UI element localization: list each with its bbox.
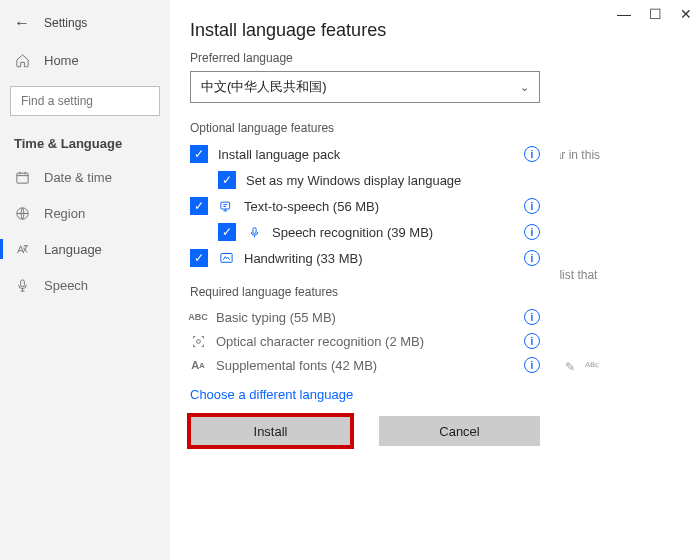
search-input[interactable] bbox=[19, 93, 151, 109]
back-button[interactable]: ← bbox=[14, 14, 30, 32]
ocr-icon bbox=[190, 333, 206, 349]
required-features-header: Required language features bbox=[190, 285, 540, 299]
settings-sidebar: ← Settings Home Time & Language Date & t… bbox=[0, 0, 171, 560]
home-icon bbox=[14, 52, 30, 68]
sidebar-item-region[interactable]: Region bbox=[0, 195, 170, 231]
font-icon: AA bbox=[190, 357, 206, 373]
dropdown-value: 中文(中华人民共和国) bbox=[201, 78, 327, 96]
preferred-language-label: Preferred language bbox=[190, 51, 540, 65]
info-icon[interactable]: i bbox=[524, 250, 540, 266]
svg-rect-3 bbox=[220, 202, 229, 209]
info-icon[interactable]: i bbox=[524, 146, 540, 162]
sidebar-item-datetime[interactable]: Date & time bbox=[0, 159, 170, 195]
dialog-title: Install language features bbox=[190, 20, 540, 41]
required-label: Basic typing (55 MB) bbox=[216, 310, 336, 325]
option-handwriting[interactable]: ✓ Handwriting (33 MB) i bbox=[190, 249, 540, 267]
sidebar-item-speech[interactable]: Speech bbox=[0, 267, 170, 303]
checkbox-checked-icon[interactable]: ✓ bbox=[190, 197, 208, 215]
window-maximize[interactable]: ☐ bbox=[649, 6, 662, 22]
checkbox-checked-icon[interactable]: ✓ bbox=[190, 145, 208, 163]
info-icon[interactable]: i bbox=[524, 224, 540, 240]
sidebar-home-label: Home bbox=[44, 53, 79, 68]
checkbox-checked-icon[interactable]: ✓ bbox=[218, 171, 236, 189]
option-install-pack[interactable]: ✓ Install language pack i bbox=[190, 145, 540, 163]
info-icon[interactable]: i bbox=[524, 309, 540, 325]
tts-icon bbox=[218, 198, 234, 214]
calendar-icon bbox=[14, 169, 30, 185]
svg-rect-2 bbox=[20, 279, 24, 286]
handwriting-icon bbox=[218, 250, 234, 266]
required-label: Supplemental fonts (42 MB) bbox=[216, 358, 377, 373]
globe-icon bbox=[14, 205, 30, 221]
option-label: Handwriting (33 MB) bbox=[244, 251, 363, 266]
abc-mini-icon: ᴬᴮᶜ bbox=[585, 360, 599, 378]
option-speech-recognition[interactable]: ✓ Speech recognition (39 MB) i bbox=[218, 223, 540, 241]
sidebar-item-label: Date & time bbox=[44, 170, 112, 185]
window-minimize[interactable]: — bbox=[617, 6, 631, 22]
option-label: Set as my Windows display language bbox=[246, 173, 461, 188]
svg-rect-4 bbox=[252, 227, 255, 233]
install-language-dialog: Install language features Preferred lang… bbox=[170, 0, 560, 560]
chevron-down-icon: ⌄ bbox=[520, 81, 529, 94]
preferred-language-dropdown[interactable]: 中文(中华人民共和国) ⌄ bbox=[190, 71, 540, 103]
option-label: Install language pack bbox=[218, 147, 340, 162]
svg-point-6 bbox=[196, 339, 200, 343]
option-display-language[interactable]: ✓ Set as my Windows display language bbox=[218, 171, 540, 189]
abc-icon: ABC bbox=[190, 309, 206, 325]
microphone-icon bbox=[246, 224, 262, 240]
svg-rect-0 bbox=[16, 173, 27, 183]
optional-features-header: Optional language features bbox=[190, 121, 540, 135]
microphone-icon bbox=[14, 277, 30, 293]
required-ocr: Optical character recognition (2 MB) i bbox=[190, 333, 540, 349]
sidebar-home[interactable]: Home bbox=[0, 42, 170, 78]
option-label: Text-to-speech (56 MB) bbox=[244, 199, 379, 214]
app-title: Settings bbox=[44, 16, 87, 30]
sidebar-item-language[interactable]: Language bbox=[0, 231, 170, 267]
info-icon[interactable]: i bbox=[524, 357, 540, 373]
required-label: Optical character recognition (2 MB) bbox=[216, 334, 424, 349]
option-label: Speech recognition (39 MB) bbox=[272, 225, 433, 240]
choose-different-language-link[interactable]: Choose a different language bbox=[190, 387, 540, 402]
handwriting-mini-icon: ✎ bbox=[565, 360, 575, 378]
info-icon[interactable]: i bbox=[524, 198, 540, 214]
checkbox-checked-icon[interactable]: ✓ bbox=[218, 223, 236, 241]
cancel-button[interactable]: Cancel bbox=[379, 416, 540, 446]
info-icon[interactable]: i bbox=[524, 333, 540, 349]
required-basic-typing: ABC Basic typing (55 MB) i bbox=[190, 309, 540, 325]
search-input-wrap[interactable] bbox=[10, 86, 160, 116]
required-fonts: AA Supplemental fonts (42 MB) i bbox=[190, 357, 540, 373]
sidebar-section: Time & Language bbox=[0, 124, 170, 159]
install-button[interactable]: Install bbox=[190, 416, 351, 446]
option-tts[interactable]: ✓ Text-to-speech (56 MB) i bbox=[190, 197, 540, 215]
language-icon bbox=[14, 241, 30, 257]
sidebar-item-label: Speech bbox=[44, 278, 88, 293]
window-close[interactable]: ✕ bbox=[680, 6, 692, 22]
sidebar-item-label: Region bbox=[44, 206, 85, 221]
checkbox-checked-icon[interactable]: ✓ bbox=[190, 249, 208, 267]
sidebar-item-label: Language bbox=[44, 242, 102, 257]
